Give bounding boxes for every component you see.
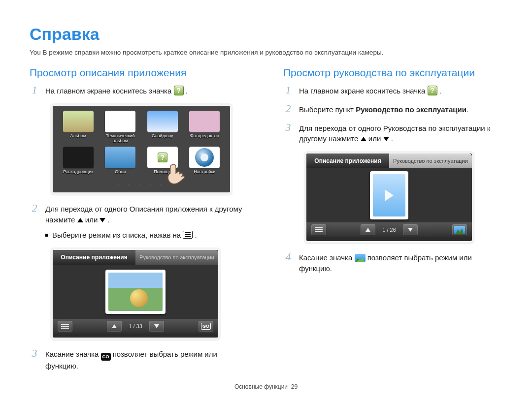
step3r-text: Для перехода от одного Руководства по эк…: [299, 124, 490, 143]
mode-button[interactable]: [452, 224, 467, 235]
page-counter: 1 / 33: [126, 323, 145, 329]
prev-button[interactable]: [107, 321, 122, 332]
step3a-text: Касание значка: [45, 350, 99, 358]
picture-icon: [454, 226, 465, 234]
go-button[interactable]: GO: [199, 321, 213, 332]
page-footer: Основные функции 29: [0, 383, 532, 390]
step4ra: Касание значка: [299, 253, 352, 262]
column-app-description: Просмотр описания приложения 1 На главно…: [30, 67, 249, 378]
tab-user-manual[interactable]: Руководство по эксплуатации: [135, 250, 218, 265]
step-2-right: 2 Выберите пункт Руководство по эксплуат…: [283, 103, 502, 115]
tile-wallpaper[interactable]: [105, 147, 135, 168]
step2ra: Выберите пункт: [299, 105, 356, 114]
bullet-text: Выберите режим из списка, нажав на: [52, 231, 181, 239]
section-heading-left: Просмотр описания приложения: [30, 67, 249, 79]
photo-thumb-icon: [108, 273, 163, 311]
page-intro: You В режиме справки можно просмотреть к…: [30, 49, 502, 56]
step-1-left: 1 На главном экране коснитесь значка .: [30, 85, 249, 96]
list-button[interactable]: [311, 224, 326, 235]
column-user-manual: Просмотр руководства по эксплуатации 1 Н…: [283, 67, 502, 378]
tile-slideshow[interactable]: [147, 111, 178, 132]
step2-text: Для перехода от одного Описания приложен…: [45, 205, 242, 224]
home-screen-mock: Альбом Тематический альбом Слайдшоу Фото…: [50, 103, 233, 195]
page-dots: • • • • •: [59, 183, 224, 187]
arrow-down-icon: [100, 218, 105, 222]
tile-album[interactable]: [63, 111, 94, 132]
picture-icon: [355, 254, 366, 262]
help-icon: [428, 86, 437, 95]
arrow-up-icon: [361, 137, 366, 141]
step-1-right: 1 На главном экране коснитесь значка .: [283, 85, 502, 96]
step-3-left: 3 Касание значка GO позволяет выбрать ре…: [30, 348, 249, 371]
arrow-up-icon: [77, 218, 83, 222]
step-3-right: 3 Для перехода от одного Руководства по …: [283, 122, 502, 145]
help-icon: [174, 86, 184, 95]
page-counter: 1 / 26: [379, 227, 399, 233]
tab-user-manual[interactable]: Руководство по эксплуатации: [389, 154, 472, 168]
list-icon: [183, 231, 193, 239]
section-heading-right: Просмотр руководства по эксплуатации: [283, 67, 502, 79]
preview-frame: [105, 270, 166, 314]
tile-help[interactable]: [147, 147, 178, 168]
next-button[interactable]: [149, 321, 164, 332]
tab-app-description[interactable]: Описание приложения: [306, 154, 389, 168]
tile-theme-album[interactable]: [105, 111, 135, 132]
preview-frame: [370, 171, 408, 219]
list-button[interactable]: [58, 321, 72, 332]
step1r-text: На главном экране коснитесь значка: [299, 87, 425, 95]
tile-settings[interactable]: [189, 147, 220, 168]
tab-app-description[interactable]: Описание приложения: [53, 250, 135, 265]
step2rb: Руководство по эксплуатации: [356, 105, 466, 114]
next-button[interactable]: [403, 224, 418, 235]
tile-photoeditor[interactable]: [189, 111, 220, 132]
go-icon: GO: [101, 353, 111, 361]
video-thumb-icon: [373, 174, 405, 216]
step-2-left: 2 Для перехода от одного Описания прилож…: [30, 203, 249, 241]
user-manual-screen: Описание приложения Руководство по экспл…: [304, 151, 474, 244]
gear-icon: [195, 148, 214, 167]
step-4-right: 4 Касание значка позволяет выбрать режим…: [283, 251, 502, 274]
app-description-screen: Описание приложения Руководство по экспл…: [50, 247, 221, 340]
arrow-down-icon: [383, 137, 389, 141]
page-title: Справка: [30, 25, 502, 44]
step1-text: На главном экране коснитесь значка: [45, 87, 171, 95]
prev-button[interactable]: [361, 224, 375, 235]
tile-storyboard[interactable]: [63, 147, 94, 168]
